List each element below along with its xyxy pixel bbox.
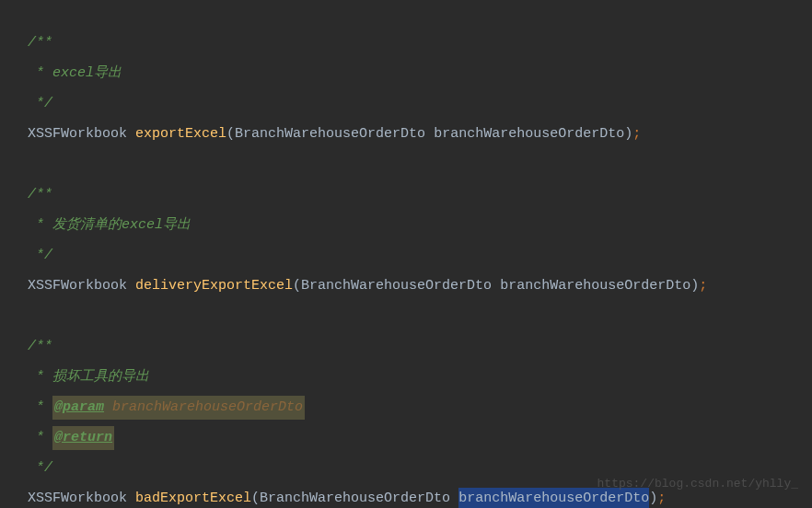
code-line: XSSFWorkbook exportExcel(BranchWarehouse…	[28, 119, 812, 149]
method-name: deliveryExportExcel	[135, 275, 293, 297]
javadoc-text: * excel导出	[28, 63, 122, 85]
param-type: BranchWarehouseOrderDto	[260, 488, 458, 509]
return-type: XSSFWorkbook	[28, 488, 135, 509]
javadoc-start: /**	[28, 32, 52, 54]
code-line: */	[28, 88, 812, 119]
javadoc-start: /**	[28, 336, 52, 358]
javadoc-end: */	[28, 457, 52, 479]
semicolon: ;	[699, 275, 707, 297]
close-paren: )	[690, 275, 699, 297]
code-line: * excel导出	[28, 58, 812, 88]
javadoc-end: */	[28, 93, 52, 115]
javadoc-prefix: *	[28, 397, 52, 419]
code-line: */	[28, 240, 812, 271]
param-type: BranchWarehouseOrderDto	[301, 275, 500, 297]
return-type: XSSFWorkbook	[28, 275, 135, 297]
javadoc-text: * 发货清单的excel导出	[28, 214, 191, 237]
method-name: exportExcel	[135, 123, 226, 145]
return-type: XSSFWorkbook	[28, 123, 135, 145]
tag-highlight: @return	[52, 426, 114, 450]
code-line-empty	[28, 301, 812, 331]
close-paren: )	[624, 123, 632, 145]
tag-highlight: @param branchWarehouseOrderDto	[52, 396, 305, 420]
param-type: BranchWarehouseOrderDto	[235, 123, 434, 145]
param-tag: @param	[54, 399, 104, 415]
open-paren: (	[293, 275, 301, 297]
code-editor[interactable]: /** * excel导出 */ XSSFWorkbook exportExce…	[28, 28, 812, 508]
open-paren: (	[226, 123, 235, 145]
watermark: https://blog.csdn.net/yhlly_	[597, 475, 798, 494]
code-line: XSSFWorkbook deliveryExportExcel(BranchW…	[28, 271, 812, 301]
code-line: /**	[28, 179, 812, 210]
code-line-empty	[28, 149, 812, 179]
param-name: branchWarehouseOrderDto	[500, 275, 690, 297]
code-line: /**	[28, 28, 812, 58]
code-line: /**	[28, 331, 812, 362]
code-line: * @return	[28, 422, 812, 453]
method-name: badExportExcel	[135, 488, 251, 509]
code-line: * 发货清单的excel导出	[28, 210, 812, 240]
semicolon: ;	[632, 123, 641, 145]
param-name: branchWarehouseOrderDto	[434, 123, 624, 145]
tag-param-name: branchWarehouseOrderDto	[112, 399, 303, 415]
return-tag: @return	[54, 430, 112, 445]
javadoc-start: /**	[28, 184, 52, 206]
javadoc-end: */	[28, 245, 52, 267]
javadoc-text: * 损坏工具的导出	[28, 366, 149, 388]
code-line: * @param branchWarehouseOrderDto	[28, 392, 812, 422]
open-paren: (	[251, 488, 260, 509]
javadoc-prefix: *	[28, 427, 52, 449]
code-line: * 损坏工具的导出	[28, 362, 812, 392]
tag-space	[104, 399, 112, 415]
